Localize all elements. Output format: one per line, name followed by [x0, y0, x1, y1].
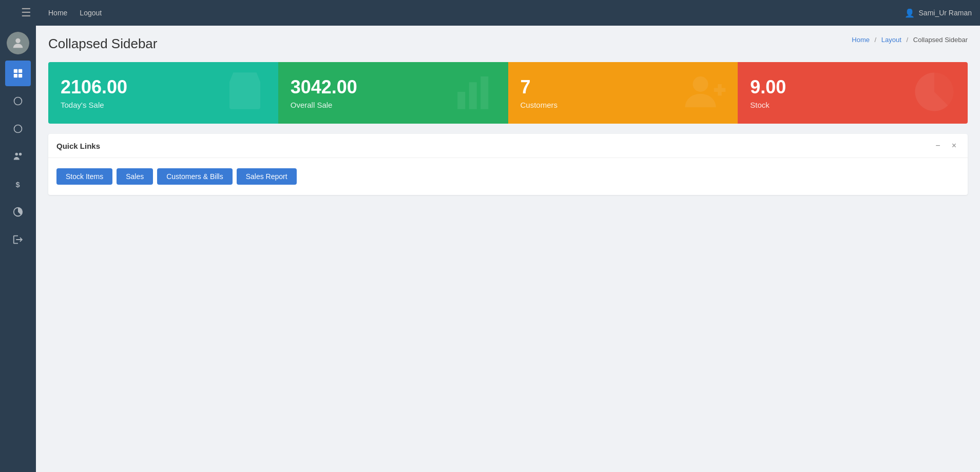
breadcrumb-current: Collapsed Sidebar — [913, 36, 968, 44]
navbar-right: 👤 Sami_Ur Raman — [905, 8, 972, 18]
card-header-actions: − × — [932, 140, 959, 151]
breadcrumb-sep2: / — [907, 36, 909, 44]
breadcrumb-home[interactable]: Home — [852, 36, 870, 44]
page-header: Collapsed Sidebar Home / Layout / Collap… — [48, 36, 968, 52]
customers-bills-button[interactable]: Customers & Bills — [157, 168, 232, 185]
nav-logout-link[interactable]: Logout — [80, 9, 102, 17]
stat-card-overall-sale: 3042.00 Overall Sale — [278, 62, 508, 124]
page-title: Collapsed Sidebar — [48, 36, 157, 52]
sidebar-item-users[interactable] — [5, 144, 31, 169]
pie-chart-icon — [911, 69, 957, 117]
stat-card-customers: 7 Customers — [508, 62, 738, 124]
sidebar-item-circle1[interactable] — [5, 88, 31, 114]
svg-rect-2 — [18, 69, 22, 73]
svg-point-5 — [14, 97, 22, 105]
sidebar: $ — [0, 26, 36, 472]
svg-point-7 — [15, 153, 18, 156]
breadcrumb-layout[interactable]: Layout — [881, 36, 901, 44]
breadcrumb-sep1: / — [875, 36, 877, 44]
quick-links-title: Quick Links — [56, 142, 100, 150]
svg-rect-3 — [14, 74, 17, 77]
nav-home-link[interactable]: Home — [48, 9, 67, 17]
navbar-brand: ☰ — [8, 6, 44, 19]
user-plus-icon — [681, 69, 727, 117]
quick-links-header: Quick Links − × — [48, 134, 968, 158]
main-layout: $ Collapsed Sidebar Home / Layout / Coll… — [0, 26, 980, 472]
sidebar-item-dollar[interactable]: $ — [5, 171, 31, 197]
avatar-image — [7, 32, 29, 54]
svg-text:$: $ — [15, 181, 20, 189]
sidebar-item-chart[interactable] — [5, 199, 31, 225]
user-icon: 👤 — [905, 8, 915, 18]
sidebar-item-dashboard[interactable] — [5, 61, 31, 86]
breadcrumb: Home / Layout / Collapsed Sidebar — [852, 36, 968, 44]
sales-report-button[interactable]: Sales Report — [237, 168, 297, 185]
stat-card-today-sale: 2106.00 Today's Sale — [48, 62, 278, 124]
card-minimize-button[interactable]: − — [932, 140, 943, 151]
svg-point-8 — [19, 153, 22, 156]
svg-point-0 — [15, 38, 20, 43]
quick-links-buttons-row: Stock Items Sales Customers & Bills Sale… — [56, 168, 959, 185]
bar-chart-icon — [452, 69, 498, 117]
hamburger-icon[interactable]: ☰ — [21, 6, 31, 19]
svg-point-6 — [14, 125, 22, 133]
bag-icon — [222, 69, 268, 117]
navbar: ☰ Home Logout 👤 Sami_Ur Raman — [0, 0, 980, 26]
sidebar-item-circle2[interactable] — [5, 116, 31, 142]
username-label: Sami_Ur Raman — [919, 9, 972, 17]
svg-rect-11 — [469, 82, 476, 109]
svg-rect-12 — [481, 76, 488, 109]
stat-card-stock: 9.00 Stock — [738, 62, 968, 124]
card-close-button[interactable]: × — [949, 140, 959, 151]
quick-links-body: Stock Items Sales Customers & Bills Sale… — [48, 158, 968, 195]
svg-rect-10 — [457, 92, 465, 109]
stock-items-button[interactable]: Stock Items — [56, 168, 112, 185]
navbar-links: Home Logout — [48, 9, 102, 17]
sidebar-item-signout[interactable] — [5, 227, 31, 252]
sidebar-avatar[interactable] — [7, 32, 29, 54]
sales-button[interactable]: Sales — [117, 168, 153, 185]
svg-point-13 — [693, 76, 708, 92]
svg-rect-1 — [14, 69, 17, 73]
quick-links-card: Quick Links − × Stock Items Sales Custom… — [48, 134, 968, 195]
stats-row: 2106.00 Today's Sale 3042.00 Overall Sal… — [48, 62, 968, 124]
svg-rect-4 — [18, 74, 22, 77]
main-content: Collapsed Sidebar Home / Layout / Collap… — [36, 26, 980, 472]
